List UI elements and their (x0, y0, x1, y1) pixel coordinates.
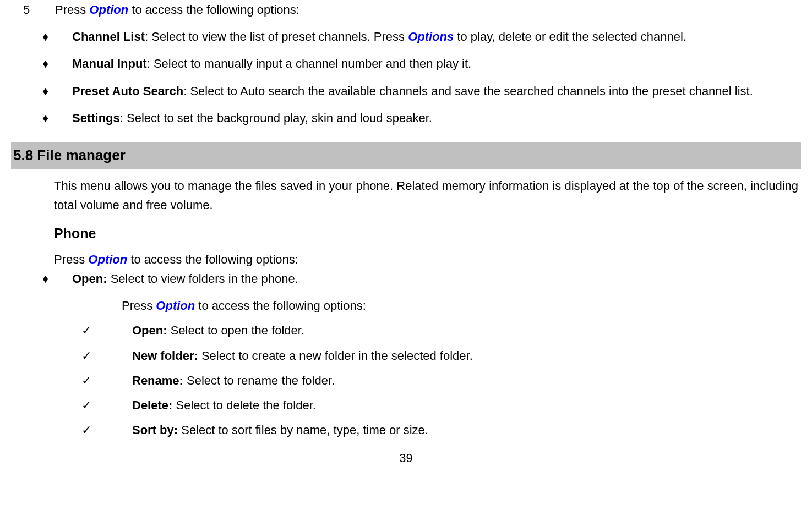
bullet-bold: Open: (72, 272, 111, 286)
bullet-text: Preset Auto Search: Select to Auto searc… (72, 81, 801, 101)
check-text: Sort by: Select to sort files by name, t… (132, 420, 428, 440)
bullet-list: ♦ Channel List: Select to view the list … (42, 27, 801, 128)
bullet-item: ♦ Preset Auto Search: Select to Auto sea… (42, 81, 801, 101)
check-bold: Rename: (132, 374, 187, 387)
document-page: 5Press Option to access the following op… (0, 0, 812, 468)
check-icon: ✓ (81, 396, 132, 415)
check-after: Select to open the folder. (171, 323, 304, 337)
bullet-after: : Select to view the list of preset chan… (145, 30, 408, 43)
text-press: Press (122, 299, 156, 312)
check-item: ✓ Open: Select to open the folder. (81, 321, 801, 340)
check-icon: ✓ (81, 420, 132, 440)
text-press: Press (55, 3, 89, 17)
bullet-text: Open: Select to view folders in the phon… (72, 269, 801, 288)
text-press: Press (54, 253, 88, 266)
check-icon: ✓ (81, 371, 132, 390)
option-keyword: Option (156, 299, 195, 312)
section-body: This menu allows you to manage the files… (11, 176, 801, 270)
bullet-after: : Select to set the background play, ski… (120, 111, 432, 125)
step-line: 5Press Option to access the following op… (23, 0, 801, 19)
bullet-bold: Preset Auto Search (72, 84, 183, 98)
bullet-text: Settings: Select to set the background p… (72, 108, 801, 128)
check-item: ✓ Delete: Select to delete the folder. (81, 396, 801, 415)
section-intro: This menu allows you to manage the files… (54, 176, 798, 215)
bullet-after: Select to view folders in the phone. (111, 272, 298, 286)
bullet-bold: Manual Input (72, 57, 147, 70)
bullet-item: ♦ Open: Select to view folders in the ph… (42, 269, 801, 288)
page-number: 39 (11, 448, 801, 468)
bullet-bold: Channel List (72, 30, 145, 43)
check-after: Select to rename the folder. (187, 374, 335, 387)
bullet-after: : Select to manually input a channel num… (147, 57, 471, 70)
check-after: Select to create a new folder in the sel… (201, 349, 473, 363)
sub-heading: Phone (54, 222, 798, 244)
inner-press-line: Press Option to access the following opt… (122, 296, 801, 315)
section-heading: 5.8 File manager (11, 142, 801, 169)
option-keyword: Option (89, 3, 128, 17)
bullet-afterblue: to play, delete or edit the selected cha… (454, 30, 686, 43)
check-icon: ✓ (81, 346, 132, 365)
check-bold: Sort by: (132, 423, 181, 437)
check-text: New folder: Select to create a new folde… (132, 346, 473, 365)
press-line: Press Option to access the following opt… (54, 250, 798, 269)
text-after: to access the following options: (128, 3, 299, 17)
bullet-bold: Settings (72, 111, 120, 125)
check-text: Delete: Select to delete the folder. (132, 396, 316, 415)
step-text: Press Option to access the following opt… (55, 3, 299, 17)
check-after: Select to delete the folder. (176, 398, 315, 412)
check-bold: Delete: (132, 398, 176, 412)
check-after: Select to sort files by name, type, time… (181, 423, 428, 437)
options-keyword: Options (408, 30, 454, 43)
check-item: ✓ Sort by: Select to sort files by name,… (81, 420, 801, 440)
bullet-text: Channel List: Select to view the list of… (72, 27, 801, 46)
bullet-after: : Select to Auto search the available ch… (183, 84, 753, 98)
bullet-item: ♦ Settings: Select to set the background… (42, 108, 801, 128)
check-item: ✓ New folder: Select to create a new fol… (81, 346, 801, 365)
check-item: ✓ Rename: Select to rename the folder. (81, 371, 801, 390)
bullet-text: Manual Input: Select to manually input a… (72, 54, 801, 73)
check-text: Rename: Select to rename the folder. (132, 371, 335, 390)
option-keyword: Option (88, 253, 127, 266)
diamond-icon: ♦ (42, 81, 72, 101)
check-text: Open: Select to open the folder. (132, 321, 304, 340)
bullet-item: ♦ Channel List: Select to view the list … (42, 27, 801, 46)
diamond-icon: ♦ (42, 269, 72, 288)
diamond-icon: ♦ (42, 108, 72, 128)
text-after: to access the following options: (195, 299, 366, 312)
check-bold: Open: (132, 323, 171, 337)
check-list: ✓ Open: Select to open the folder. ✓ New… (81, 321, 801, 440)
step-number: 5 (23, 0, 55, 19)
check-bold: New folder: (132, 349, 201, 363)
text-after: to access the following options: (127, 253, 298, 266)
diamond-icon: ♦ (42, 54, 72, 73)
bullet-item: ♦ Manual Input: Select to manually input… (42, 54, 801, 73)
diamond-icon: ♦ (42, 27, 72, 46)
open-bullet-list: ♦ Open: Select to view folders in the ph… (42, 269, 801, 288)
check-icon: ✓ (81, 321, 132, 340)
